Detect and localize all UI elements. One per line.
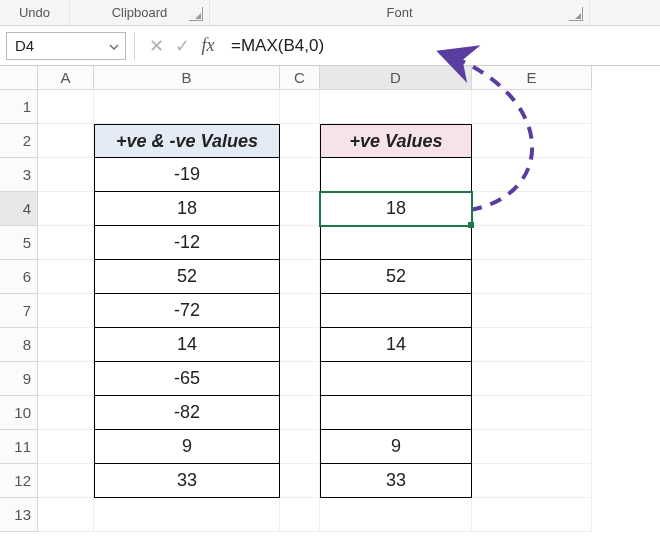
cell-e9[interactable] — [472, 362, 592, 396]
ribbon-group-font[interactable]: Font — [210, 0, 590, 25]
cell-b5[interactable]: -12 — [94, 226, 280, 260]
table-header-b[interactable]: +ve & -ve Values — [94, 124, 280, 158]
col-header-e[interactable]: E — [472, 66, 592, 90]
cell-e10[interactable] — [472, 396, 592, 430]
col-header-b[interactable]: B — [94, 66, 280, 90]
cell-a1[interactable] — [38, 90, 94, 124]
cell-a8[interactable] — [38, 328, 94, 362]
cell-d1[interactable] — [320, 90, 472, 124]
cell-d4[interactable]: 18 — [320, 192, 472, 226]
cell-e12[interactable] — [472, 464, 592, 498]
cell-a11[interactable] — [38, 430, 94, 464]
cell-a2[interactable] — [38, 124, 94, 158]
cell-e6[interactable] — [472, 260, 592, 294]
cell-d8[interactable]: 14 — [320, 328, 472, 362]
cell-c9[interactable] — [280, 362, 320, 396]
cell-d6[interactable]: 52 — [320, 260, 472, 294]
row-header[interactable]: 4 — [0, 192, 38, 226]
cell-d12[interactable]: 33 — [320, 464, 472, 498]
cancel-button[interactable]: ✕ — [145, 35, 167, 57]
cell-c8[interactable] — [280, 328, 320, 362]
cell-b7[interactable]: -72 — [94, 294, 280, 328]
dialog-launcher-icon[interactable] — [189, 7, 203, 21]
cell-d11[interactable]: 9 — [320, 430, 472, 464]
cell-c4[interactable] — [280, 192, 320, 226]
col-header-a[interactable]: A — [38, 66, 94, 90]
cell-e3[interactable] — [472, 158, 592, 192]
cell-d13[interactable] — [320, 498, 472, 532]
cell-e4[interactable] — [472, 192, 592, 226]
ribbon-group-labels: Undo Clipboard Font — [0, 0, 660, 26]
cell-d10[interactable] — [320, 396, 472, 430]
cell-b4[interactable]: 18 — [94, 192, 280, 226]
cell-c1[interactable] — [280, 90, 320, 124]
cell-e13[interactable] — [472, 498, 592, 532]
cell-d7[interactable] — [320, 294, 472, 328]
cell-b11[interactable]: 9 — [94, 430, 280, 464]
cell-b1[interactable] — [94, 90, 280, 124]
cell-e5[interactable] — [472, 226, 592, 260]
cell-d5[interactable] — [320, 226, 472, 260]
cell-b13[interactable] — [94, 498, 280, 532]
cell-c6[interactable] — [280, 260, 320, 294]
cell-e7[interactable] — [472, 294, 592, 328]
row-header[interactable]: 7 — [0, 294, 38, 328]
cell-a13[interactable] — [38, 498, 94, 532]
cell-e2[interactable] — [472, 124, 592, 158]
cancel-icon: ✕ — [149, 35, 164, 57]
ribbon-label: Clipboard — [112, 5, 168, 20]
cell-c5[interactable] — [280, 226, 320, 260]
row-header[interactable]: 9 — [0, 362, 38, 396]
cell-a7[interactable] — [38, 294, 94, 328]
cell-e11[interactable] — [472, 430, 592, 464]
cell-a5[interactable] — [38, 226, 94, 260]
cell-e8[interactable] — [472, 328, 592, 362]
formula-input[interactable]: =MAX(B4,0) — [221, 32, 660, 60]
fx-icon: fx — [202, 35, 215, 56]
cell-c3[interactable] — [280, 158, 320, 192]
cell-a3[interactable] — [38, 158, 94, 192]
cell-c11[interactable] — [280, 430, 320, 464]
cell-a9[interactable] — [38, 362, 94, 396]
dialog-launcher-icon[interactable] — [569, 7, 583, 21]
ribbon-group-clipboard[interactable]: Clipboard — [70, 0, 210, 25]
cell-b9[interactable]: -65 — [94, 362, 280, 396]
cell-b6[interactable]: 52 — [94, 260, 280, 294]
cell-c12[interactable] — [280, 464, 320, 498]
cell-a12[interactable] — [38, 464, 94, 498]
row-header[interactable]: 3 — [0, 158, 38, 192]
column-header-row: A B C D E — [0, 66, 660, 90]
row-header[interactable]: 12 — [0, 464, 38, 498]
row-header[interactable]: 8 — [0, 328, 38, 362]
col-header-d[interactable]: D — [320, 66, 472, 90]
row-header[interactable]: 1 — [0, 90, 38, 124]
row-header[interactable]: 2 — [0, 124, 38, 158]
row-header[interactable]: 6 — [0, 260, 38, 294]
cell-c2[interactable] — [280, 124, 320, 158]
row-header[interactable]: 5 — [0, 226, 38, 260]
cell-b3[interactable]: -19 — [94, 158, 280, 192]
insert-function-button[interactable]: fx — [197, 35, 219, 57]
cell-c7[interactable] — [280, 294, 320, 328]
select-all-corner[interactable] — [0, 66, 38, 90]
chevron-down-icon[interactable] — [109, 42, 119, 52]
table-header-d[interactable]: +ve Values — [320, 124, 472, 158]
cell-d3[interactable] — [320, 158, 472, 192]
col-header-c[interactable]: C — [280, 66, 320, 90]
cell-b8[interactable]: 14 — [94, 328, 280, 362]
name-box[interactable]: D4 — [6, 32, 126, 60]
cell-c10[interactable] — [280, 396, 320, 430]
row-header[interactable]: 13 — [0, 498, 38, 532]
row-header[interactable]: 10 — [0, 396, 38, 430]
enter-button[interactable]: ✓ — [171, 35, 193, 57]
cell-b10[interactable]: -82 — [94, 396, 280, 430]
cell-a6[interactable] — [38, 260, 94, 294]
ribbon-group-undo[interactable]: Undo — [0, 0, 70, 25]
cell-d9[interactable] — [320, 362, 472, 396]
cell-c13[interactable] — [280, 498, 320, 532]
cell-e1[interactable] — [472, 90, 592, 124]
row-header[interactable]: 11 — [0, 430, 38, 464]
cell-a4[interactable] — [38, 192, 94, 226]
cell-a10[interactable] — [38, 396, 94, 430]
cell-b12[interactable]: 33 — [94, 464, 280, 498]
